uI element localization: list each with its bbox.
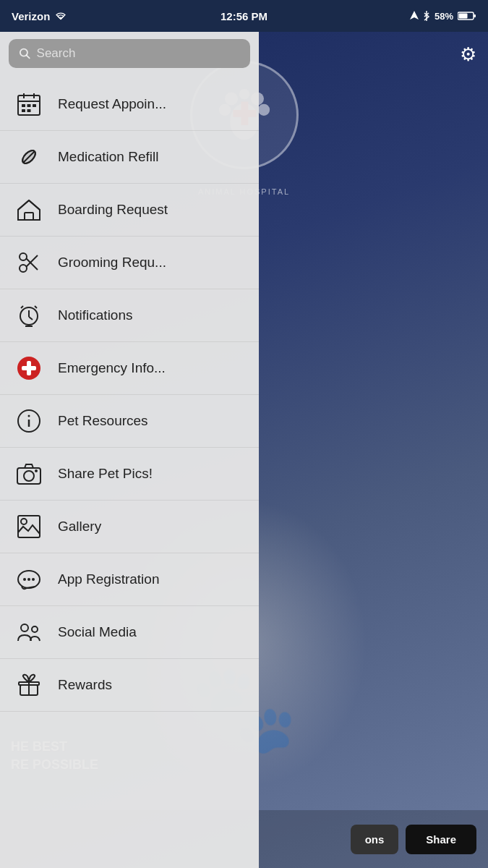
menu-label-rewards: Rewards: [58, 677, 112, 693]
social-icon: [13, 616, 45, 648]
calendar-icon: [13, 88, 45, 120]
svg-point-52: [21, 624, 28, 631]
svg-line-33: [29, 317, 33, 320]
svg-rect-19: [33, 104, 36, 107]
svg-point-50: [27, 578, 30, 581]
menu-label-pet-resources: Pet Resources: [58, 413, 148, 429]
sidebar-menu: Request Appoin... Medication Refill: [0, 32, 259, 868]
svg-line-30: [26, 255, 38, 267]
menu-item-gallery[interactable]: Gallery: [0, 501, 259, 553]
info-icon: [13, 405, 45, 437]
menu-label-emergency-info: Emergency Info...: [58, 360, 166, 376]
svg-rect-17: [22, 104, 25, 107]
status-bar: Verizon 12:56 PM 58%: [0, 0, 488, 32]
svg-point-24: [20, 148, 38, 166]
home-icon: [13, 194, 45, 226]
search-icon: [19, 47, 31, 60]
svg-rect-39: [22, 366, 36, 370]
search-input[interactable]: [37, 46, 240, 61]
menu-label-grooming-request: Grooming Requ...: [58, 255, 166, 271]
camera-icon: [13, 458, 45, 490]
battery-label: 58%: [435, 11, 453, 22]
bluetooth-icon: [423, 11, 430, 21]
svg-point-51: [32, 578, 35, 581]
scissors-icon: [13, 247, 45, 278]
svg-point-47: [21, 519, 27, 524]
svg-point-28: [20, 265, 27, 272]
carrier-label: Verizon: [12, 10, 50, 22]
emergency-icon: [13, 352, 45, 384]
svg-line-34: [21, 306, 23, 308]
options-button[interactable]: ons: [351, 825, 399, 854]
svg-marker-0: [410, 11, 419, 20]
svg-rect-20: [22, 109, 25, 112]
settings-button[interactable]: ⚙: [460, 43, 476, 66]
menu-label-medication-refill: Medication Refill: [58, 149, 158, 165]
menu-item-notifications[interactable]: Notifications: [0, 289, 259, 342]
wifi-icon: [54, 11, 67, 21]
svg-point-42: [28, 415, 30, 417]
status-left: Verizon: [12, 10, 67, 22]
status-right: 58%: [410, 11, 476, 22]
svg-point-44: [24, 471, 34, 481]
menu-item-pet-resources[interactable]: Pet Resources: [0, 395, 259, 448]
menu-label-share-pet-pics: Share Pet Pics!: [58, 466, 153, 482]
share-button[interactable]: Share: [406, 825, 476, 854]
menu-item-medication-refill[interactable]: Medication Refill: [0, 131, 259, 184]
svg-rect-26: [25, 213, 33, 220]
menu-item-boarding-request[interactable]: Boarding Request: [0, 184, 259, 237]
menu-item-social-media[interactable]: Social Media: [0, 606, 259, 659]
menu-label-notifications: Notifications: [58, 307, 133, 323]
menu-item-rewards[interactable]: Rewards: [0, 659, 259, 712]
battery-icon: [458, 11, 476, 21]
status-time: 12:56 PM: [221, 10, 267, 22]
svg-point-53: [32, 626, 38, 632]
menu-label-request-appt: Request Appoin...: [58, 96, 166, 112]
medication-icon: [13, 141, 45, 173]
menu-label-gallery: Gallery: [58, 519, 101, 535]
menu-label-app-registration: App Registration: [58, 571, 159, 587]
location-icon: [410, 11, 419, 21]
menu-item-request-appt[interactable]: Request Appoin...: [0, 78, 259, 131]
svg-line-12: [27, 55, 30, 58]
svg-rect-21: [27, 109, 31, 112]
menu-item-app-registration[interactable]: App Registration: [0, 553, 259, 606]
menu-label-boarding-request: Boarding Request: [58, 202, 168, 218]
svg-marker-25: [18, 200, 40, 220]
svg-point-49: [23, 578, 26, 581]
menu-item-emergency-info[interactable]: Emergency Info...: [0, 342, 259, 395]
menu-item-grooming-request[interactable]: Grooming Requ...: [0, 237, 259, 289]
svg-line-29: [26, 258, 38, 270]
svg-point-10: [257, 104, 269, 116]
svg-line-35: [35, 306, 37, 308]
alarm-icon: [13, 299, 45, 331]
menu-list: Request Appoin... Medication Refill: [0, 75, 259, 868]
svg-rect-4: [459, 14, 468, 19]
search-bar[interactable]: [9, 39, 250, 68]
svg-rect-3: [474, 14, 476, 17]
chat-icon: [13, 563, 45, 595]
svg-point-27: [20, 253, 27, 260]
gift-icon: [13, 669, 45, 701]
menu-label-social-media: Social Media: [58, 624, 137, 640]
gallery-icon: [13, 511, 45, 542]
menu-item-share-pet-pics[interactable]: Share Pet Pics!: [0, 448, 259, 501]
svg-point-45: [35, 469, 38, 472]
svg-rect-18: [27, 104, 31, 107]
